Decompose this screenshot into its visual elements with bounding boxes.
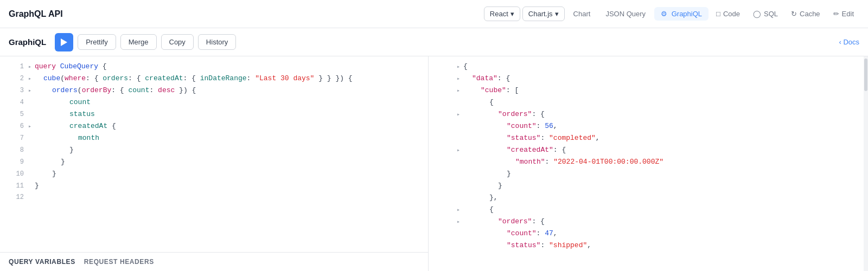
- react-label: React: [490, 10, 508, 18]
- run-button[interactable]: [55, 33, 73, 51]
- scrollbar-track: [864, 56, 868, 271]
- result-line: "status": "shipped",: [429, 240, 868, 251]
- header-tabs: React ▾ Chart.js ▾ Chart JSON Query ⚙ Gr…: [484, 7, 859, 21]
- result-line: ▸ "data": {: [429, 73, 868, 85]
- result-line: "status": "completed",: [429, 132, 868, 144]
- result-line: {: [429, 96, 868, 108]
- chartjs-label: Chart.js: [528, 10, 553, 18]
- code-editor[interactable]: 1 ▸ query CubeQuery { 2 ▸ cube(where: { …: [0, 56, 428, 252]
- result-line: },: [429, 192, 868, 204]
- copy-button[interactable]: Copy: [161, 34, 194, 50]
- chevron-down-icon: ▾: [555, 10, 559, 18]
- collapse-arrow[interactable]: ▸: [457, 61, 461, 73]
- request-headers-tab[interactable]: REQUEST HEADERS: [84, 258, 154, 266]
- result-line: "count": 47,: [429, 228, 868, 240]
- merge-button[interactable]: Merge: [120, 34, 157, 50]
- sql-icon: ◯: [753, 10, 761, 18]
- tab-code[interactable]: □ Code: [711, 7, 745, 21]
- toolbar: GraphiQL Prettify Merge Copy History ‹ D…: [0, 28, 868, 56]
- collapse-arrow[interactable]: ▸: [457, 73, 461, 85]
- tab-graphiql[interactable]: ⚙ GraphiQL: [654, 7, 709, 21]
- collapse-arrow[interactable]: ▸: [457, 109, 461, 120]
- code-line: 1 ▸ query CubeQuery {: [0, 61, 428, 73]
- docs-link[interactable]: ‹ Docs: [839, 38, 859, 46]
- main-content: 1 ▸ query CubeQuery { 2 ▸ cube(where: { …: [0, 56, 868, 271]
- collapse-arrow[interactable]: ▸: [28, 121, 33, 132]
- query-panel: 1 ▸ query CubeQuery { 2 ▸ cube(where: { …: [0, 56, 429, 271]
- tab-json-query[interactable]: JSON Query: [599, 7, 652, 21]
- code-line: 10 }: [0, 168, 428, 180]
- code-line: 7 month: [0, 132, 428, 144]
- collapse-arrow[interactable]: ▸: [457, 145, 461, 156]
- result-line: ▸ "createdAt": {: [429, 144, 868, 156]
- tab-sql[interactable]: ◯ SQL: [748, 7, 783, 21]
- result-line: ▸ {: [429, 204, 868, 216]
- history-button[interactable]: History: [198, 34, 236, 50]
- collapse-arrow[interactable]: ▸: [457, 204, 461, 216]
- top-header: GraphQL API React ▾ Chart.js ▾ Chart JSO…: [0, 0, 868, 28]
- collapse-arrow[interactable]: ▸: [28, 61, 33, 73]
- collapse-arrow[interactable]: ▸: [457, 216, 461, 228]
- result-line: "count": 56,: [429, 120, 868, 132]
- result-line: ▸ "orders": {: [429, 216, 868, 228]
- result-line: ▸ "cube": [: [429, 85, 868, 96]
- code-line: 4 count: [0, 96, 428, 108]
- code-line: 6 ▸ createdAt {: [0, 120, 428, 132]
- tab-chart[interactable]: Chart: [567, 7, 597, 21]
- collapse-arrow[interactable]: ▸: [28, 85, 33, 96]
- prettify-button[interactable]: Prettify: [78, 34, 116, 50]
- code-line: 9 }: [0, 156, 428, 168]
- edit-icon: ✏: [833, 10, 839, 18]
- code-line: 3 ▸ orders(orderBy: { count: desc }) {: [0, 85, 428, 96]
- code-line: 8 }: [0, 144, 428, 156]
- code-icon: □: [716, 10, 720, 18]
- query-footer: QUERY VARIABLES REQUEST HEADERS: [0, 252, 428, 271]
- chevron-down-icon: ▾: [510, 10, 514, 18]
- scrollbar-thumb[interactable]: [864, 59, 867, 91]
- code-line: 12: [0, 192, 428, 203]
- tab-edit[interactable]: ✏ Edit: [828, 7, 859, 21]
- result-line: }: [429, 180, 868, 192]
- query-variables-tab[interactable]: QUERY VARIABLES: [9, 258, 75, 266]
- graphiql-icon: ⚙: [661, 10, 667, 18]
- result-panel[interactable]: ▸ { ▸ "data": { ▸ "cube": [ { ▸: [429, 56, 868, 271]
- chartjs-dropdown[interactable]: Chart.js ▾: [522, 7, 565, 21]
- toolbar-title: GraphiQL: [9, 37, 46, 47]
- code-line: 2 ▸ cube(where: { orders: { createdAt: {…: [0, 73, 428, 85]
- result-line: }: [429, 168, 868, 180]
- tab-cache[interactable]: ↻ Cache: [786, 7, 826, 21]
- react-dropdown[interactable]: React ▾: [484, 7, 520, 21]
- play-icon: [61, 38, 67, 46]
- app-title: GraphQL API: [9, 9, 63, 19]
- code-line: 11 }: [0, 180, 428, 192]
- code-line: 5 status: [0, 108, 428, 120]
- collapse-arrow[interactable]: ▸: [28, 73, 33, 85]
- svg-marker-0: [61, 38, 67, 46]
- collapse-arrow[interactable]: ▸: [457, 85, 461, 96]
- result-line: ▸ "orders": {: [429, 108, 868, 120]
- result-line: ▸ {: [429, 61, 868, 73]
- cache-icon: ↻: [791, 10, 797, 18]
- result-line: "month": "2022-04-01T00:00:00.000Z": [429, 156, 868, 168]
